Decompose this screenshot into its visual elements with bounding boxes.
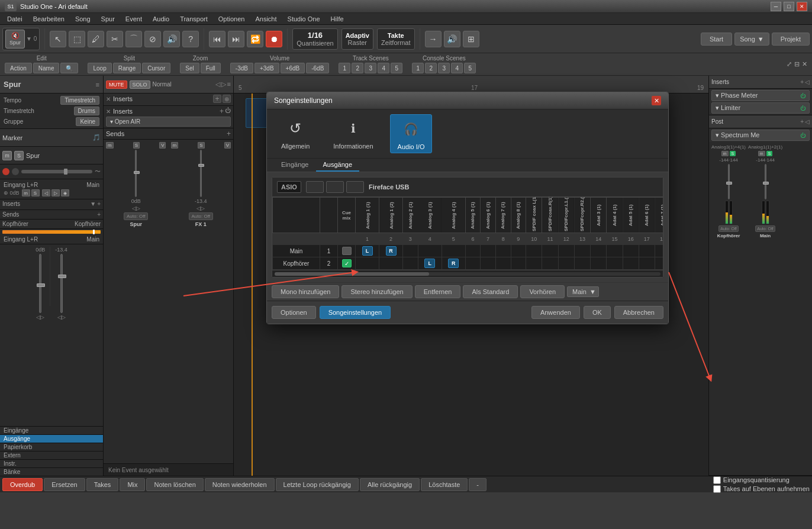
optionen-button[interactable]: Optionen	[272, 306, 316, 319]
audio-io-icon: 🎧	[399, 117, 423, 141]
kopfhorer-row-num: 2	[320, 257, 338, 270]
tab-allgemein[interactable]: ↺ Allgemein	[274, 114, 317, 153]
songeinstellungen-dialog: Songeinstellungen ✕ ↺ Allgemein ℹ Inform…	[266, 92, 669, 324]
stereo-add-button[interactable]: Stereo hinzufügen	[341, 285, 412, 298]
song-settings-button[interactable]: Songeinstellungen	[320, 306, 391, 319]
dialog-close-button[interactable]: ✕	[652, 96, 661, 105]
allgemein-label: Allgemein	[281, 143, 310, 150]
informationen-icon: ℹ	[341, 117, 365, 140]
audio-io-label: Audio I/O	[398, 143, 425, 150]
main-cue-checkbox[interactable]	[342, 247, 352, 255]
io-row-kopfhorer: Kopfhörer 2 ✓ L R	[273, 257, 663, 270]
asio-logo: ASIO	[277, 181, 301, 193]
io-grid: Cuemix Analog 1 (1) Analog 1 (2) Analog …	[272, 197, 663, 270]
dialog-title-bar: Songeinstellungen ✕	[267, 92, 668, 109]
kopfhorer-cue-checkbox[interactable]: ✓	[342, 259, 352, 267]
kopfhorer-R-btn[interactable]: R	[448, 259, 459, 268]
abbrechen-button[interactable]: Abbrechen	[614, 306, 663, 319]
tab-audio-io[interactable]: 🎧 Audio I/O	[390, 114, 433, 153]
main-L-btn[interactable]: L	[362, 246, 373, 256]
kopfhorer-row-label: Kopfhörer	[273, 257, 320, 270]
tab-informationen[interactable]: ℹ Informationen	[326, 114, 380, 153]
mono-add-button[interactable]: Mono hinzufügen	[272, 285, 339, 298]
default-button[interactable]: Als Standard	[463, 285, 518, 298]
io-scrollbar[interactable]	[275, 272, 429, 276]
dialog-tabs: ↺ Allgemein ℹ Informationen 🎧 Audio I/O	[267, 109, 668, 159]
dialog-sub-tabs: Eingänge Ausgänge	[267, 159, 668, 172]
kopfhorer-L-btn[interactable]: L	[424, 259, 435, 268]
main-row-num: 1	[320, 245, 338, 257]
device-name-label: Fireface USB	[369, 183, 409, 191]
vorhoren-button[interactable]: Vorhören	[520, 285, 565, 298]
modal-overlay: Songeinstellungen ✕ ↺ Allgemein ℹ Inform…	[0, 0, 812, 529]
preview-dropdown[interactable]: Main ▼	[567, 286, 599, 297]
io-row-main: Main 1 L R	[273, 245, 663, 257]
ok-button[interactable]: OK	[584, 306, 611, 319]
remove-button[interactable]: Entfernen	[415, 285, 461, 298]
main-R-btn[interactable]: R	[386, 246, 397, 256]
dialog-action-row: Optionen Songeinstellungen Anwenden OK A…	[267, 301, 668, 324]
sub-tab-ausgange[interactable]: Ausgänge	[316, 159, 360, 172]
main-row-label: Main	[273, 245, 320, 257]
anwenden-button[interactable]: Anwenden	[531, 306, 580, 319]
allgemein-icon: ↺	[283, 117, 307, 140]
svg-line-1	[669, 272, 710, 379]
informationen-label: Informationen	[333, 143, 373, 150]
dialog-title-text: Songeinstellungen	[274, 96, 333, 105]
sub-tab-eingange[interactable]: Eingänge	[274, 159, 316, 172]
